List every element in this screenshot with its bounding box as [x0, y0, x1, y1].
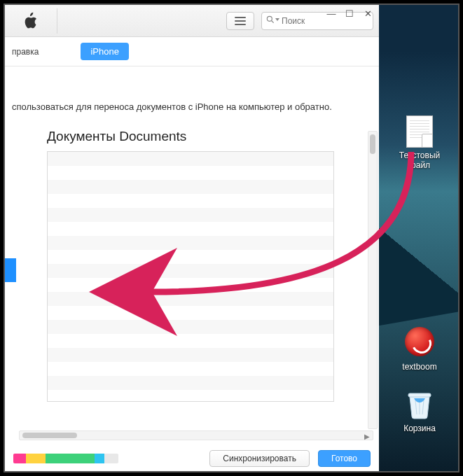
capacity-segment	[95, 454, 104, 463]
vertical-scrollbar[interactable]	[368, 131, 378, 429]
documents-drop-area[interactable]	[47, 151, 334, 402]
window-controls: — ☐ ✕	[324, 5, 375, 22]
list-view-button[interactable]	[226, 12, 254, 30]
itunes-window: — ☐ ✕ правка iPhone спользоваться для пе…	[5, 5, 379, 471]
sidebar-selection-stub	[5, 258, 16, 282]
desktop-icon-textboom[interactable]: textboom	[392, 327, 448, 372]
document-icon	[406, 115, 433, 148]
horizontal-scroll-thumb[interactable]	[22, 433, 77, 438]
horizontal-scrollbar[interactable]: ▶	[19, 430, 373, 440]
svg-line-1	[272, 20, 274, 22]
desktop-icon-label: textboom	[392, 362, 448, 372]
svg-point-0	[267, 16, 272, 21]
maximize-button[interactable]: ☐	[343, 8, 357, 19]
chevron-down-icon	[275, 18, 279, 21]
vertical-scroll-thumb[interactable]	[370, 134, 375, 154]
footer-bar: Синхронизировать Готово	[5, 446, 379, 471]
desktop-icon-text-file[interactable]: Текстовый файл	[392, 115, 448, 170]
capacity-segment	[104, 454, 118, 463]
wallpaper-mountain	[379, 206, 458, 329]
device-pill-iphone[interactable]: iPhone	[81, 43, 128, 60]
apple-logo	[11, 5, 50, 36]
desktop-icon-trash[interactable]: Корзина	[392, 388, 448, 433]
close-button[interactable]: ✕	[361, 8, 375, 19]
sync-button[interactable]: Синхронизировать	[209, 450, 310, 467]
titlebar: — ☐ ✕	[5, 5, 379, 37]
scroll-right-icon[interactable]: ▶	[364, 433, 370, 440]
menu-help[interactable]: правка	[12, 47, 39, 57]
minimize-button[interactable]: —	[324, 8, 338, 19]
textboom-icon	[405, 327, 434, 356]
capacity-segment	[13, 454, 26, 463]
content-area: спользоваться для переноса документов с …	[5, 66, 379, 471]
transfer-description: спользоваться для переноса документов с …	[12, 102, 379, 112]
desktop-icon-label: Текстовый файл	[392, 150, 448, 170]
capacity-segment	[26, 454, 46, 463]
capacity-segment	[46, 454, 95, 463]
svg-rect-2	[408, 393, 431, 397]
device-bar: правка iPhone	[5, 37, 379, 66]
desktop-icon-label: Корзина	[392, 424, 448, 433]
trash-icon	[406, 388, 434, 419]
capacity-bar	[13, 454, 118, 463]
done-button[interactable]: Готово	[318, 450, 371, 467]
documents-heading: Документы Documents	[47, 129, 379, 144]
titlebar-divider	[57, 8, 57, 34]
desktop-area: Текстовый файл textboom Корзина	[379, 5, 458, 471]
